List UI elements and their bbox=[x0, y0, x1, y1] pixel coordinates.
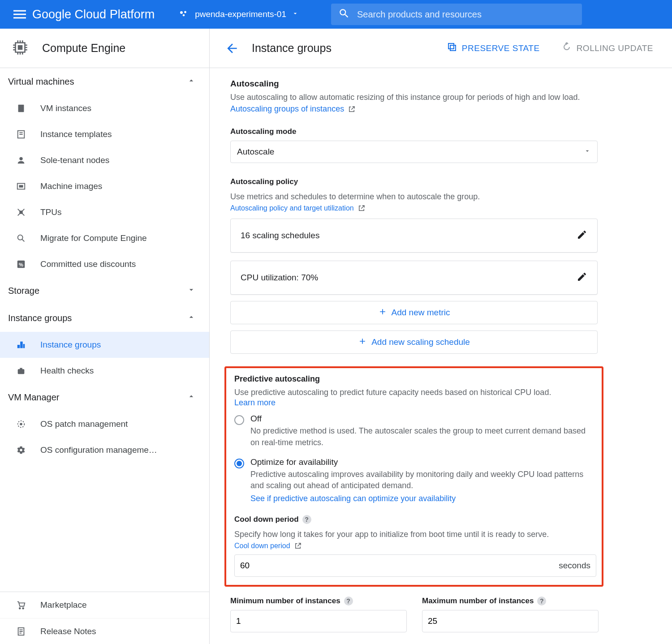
tpus-icon bbox=[15, 206, 27, 218]
help-icon[interactable]: ? bbox=[302, 515, 311, 524]
rolling-icon bbox=[561, 42, 572, 55]
svg-rect-21 bbox=[18, 369, 25, 374]
max-input-wrap[interactable] bbox=[422, 610, 599, 632]
radio-button[interactable] bbox=[234, 415, 244, 425]
svg-point-25 bbox=[19, 608, 21, 609]
help-icon[interactable]: ? bbox=[344, 597, 353, 605]
cooldown-link[interactable]: Cool down period bbox=[234, 542, 302, 550]
nav-label: Committed use discounts bbox=[40, 259, 136, 269]
sidebar-item-os-config[interactable]: OS configuration manageme… bbox=[0, 437, 209, 463]
sidebar-item-migrate[interactable]: Migrate for Compute Engine bbox=[0, 225, 209, 251]
sidebar: Compute Engine Virtual machines VM insta… bbox=[0, 29, 210, 644]
chevron-down-icon bbox=[187, 285, 196, 296]
sidebar-item-instance-groups[interactable]: Instance groups bbox=[0, 332, 209, 358]
project-name: pwenda-experiments-01 bbox=[195, 9, 286, 19]
rolling-update-button[interactable]: ROLLING UPDATE bbox=[556, 38, 659, 58]
cpu-card[interactable]: CPU utilization: 70% bbox=[230, 261, 598, 295]
nav-label: OS patch management bbox=[40, 419, 128, 429]
sidebar-item-sole-tenant[interactable]: Sole-tenant nodes bbox=[0, 147, 209, 173]
logo-bold: Google bbox=[32, 8, 71, 21]
project-icon bbox=[179, 9, 190, 20]
schedule-card[interactable]: 16 scaling schedules bbox=[230, 219, 598, 253]
cooldown-input[interactable] bbox=[240, 561, 559, 571]
machine-images-icon bbox=[15, 180, 27, 192]
main: Instance groups PRESERVE STATE ROLLING U… bbox=[210, 29, 672, 644]
sidebar-item-tpus[interactable]: TPUs bbox=[0, 199, 209, 225]
cooldown-input-wrap[interactable]: seconds bbox=[234, 554, 596, 577]
nav-group-vmm[interactable]: VM Manager bbox=[0, 384, 209, 411]
external-link-icon bbox=[358, 204, 366, 212]
svg-rect-20 bbox=[23, 344, 25, 348]
radio-off-label: Off bbox=[250, 414, 594, 424]
svg-point-5 bbox=[183, 14, 185, 17]
svg-rect-19 bbox=[20, 342, 23, 348]
sidebar-item-vm-instances[interactable]: VM instances bbox=[0, 95, 209, 121]
radio-off[interactable]: Off No predictive method is used. The au… bbox=[234, 414, 594, 448]
sidebar-item-machine-images[interactable]: Machine images bbox=[0, 173, 209, 199]
radio-button[interactable] bbox=[234, 459, 244, 468]
sidebar-item-marketplace[interactable]: Marketplace bbox=[0, 592, 209, 618]
help-icon[interactable]: ? bbox=[537, 597, 546, 605]
nav-label: TPUs bbox=[40, 207, 62, 217]
add-schedule-label: Add new scaling schedule bbox=[371, 337, 470, 347]
radio-opt-link[interactable]: See if predictive autoscaling can optimi… bbox=[250, 494, 594, 503]
search-wrap bbox=[331, 4, 663, 25]
cooldown-link-text: Cool down period bbox=[234, 542, 290, 550]
svg-point-26 bbox=[22, 608, 24, 609]
svg-point-4 bbox=[184, 11, 186, 13]
policy-link[interactable]: Autoscaling policy and target utilizatio… bbox=[230, 204, 366, 212]
nav-group-vm[interactable]: Virtual machines bbox=[0, 68, 209, 95]
sidebar-item-os-patch[interactable]: OS patch management bbox=[0, 411, 209, 437]
gcp-logo[interactable]: Google Cloud Platform bbox=[32, 8, 155, 21]
radio-optimize[interactable]: Optimize for availability Predictive aut… bbox=[234, 457, 594, 503]
search-icon bbox=[338, 8, 350, 21]
preserve-icon bbox=[447, 42, 457, 55]
search-box[interactable] bbox=[331, 4, 582, 25]
svg-rect-9 bbox=[19, 132, 22, 133]
service-header[interactable]: Compute Engine bbox=[0, 29, 209, 68]
search-input[interactable] bbox=[357, 9, 575, 20]
predictive-learn-more[interactable]: Learn more bbox=[234, 398, 276, 407]
add-metric-button[interactable]: Add new metric bbox=[230, 301, 598, 324]
sidebar-bottom: Marketplace Release Notes bbox=[0, 592, 209, 644]
autoscaling-mode-select[interactable]: Autoscale bbox=[230, 141, 598, 163]
topbar: Google Cloud Platform pwenda-experiments… bbox=[0, 0, 672, 29]
instance-limits: Minimum number of instances ? Maximum nu… bbox=[230, 597, 651, 632]
min-input-wrap[interactable] bbox=[230, 610, 407, 632]
sidebar-item-committed[interactable]: %Committed use discounts bbox=[0, 251, 209, 277]
edit-icon[interactable] bbox=[577, 229, 587, 242]
menu-button[interactable] bbox=[9, 4, 30, 25]
min-input[interactable] bbox=[236, 616, 401, 626]
health-checks-icon bbox=[15, 365, 27, 377]
mode-value: Autoscale bbox=[237, 147, 274, 157]
sidebar-item-health-checks[interactable]: Health checks bbox=[0, 358, 209, 384]
edit-icon[interactable] bbox=[577, 271, 587, 284]
cooldown-suffix: seconds bbox=[559, 561, 590, 571]
svg-rect-0 bbox=[13, 10, 26, 12]
back-button[interactable] bbox=[223, 39, 241, 57]
svg-point-3 bbox=[180, 11, 183, 14]
min-label: Minimum number of instances ? bbox=[230, 597, 407, 605]
nav-group-label: Virtual machines bbox=[8, 77, 74, 87]
nav-label: Instance templates bbox=[40, 129, 112, 139]
project-selector[interactable]: pwenda-experiments-01 bbox=[173, 6, 304, 22]
nav-group-storage[interactable]: Storage bbox=[0, 277, 209, 305]
preserve-state-button[interactable]: PRESERVE STATE bbox=[441, 38, 545, 58]
svg-rect-7 bbox=[18, 105, 24, 112]
svg-point-24 bbox=[20, 423, 22, 425]
page-title: Instance groups bbox=[252, 42, 332, 55]
nav-label: Release Notes bbox=[40, 627, 96, 636]
nav-label: Machine images bbox=[40, 181, 102, 191]
predictive-desc: Use predictive autoscaling to predict fu… bbox=[234, 386, 594, 398]
nav-label: VM instances bbox=[40, 103, 91, 113]
instance-groups-icon bbox=[15, 339, 27, 351]
sidebar-item-release-notes[interactable]: Release Notes bbox=[0, 618, 209, 644]
svg-rect-28 bbox=[448, 43, 454, 49]
max-input[interactable] bbox=[428, 616, 593, 626]
nav-group-ig[interactable]: Instance groups bbox=[0, 305, 209, 332]
add-schedule-button[interactable]: Add new scaling schedule bbox=[230, 331, 598, 354]
autoscaling-link[interactable]: Autoscaling groups of instances bbox=[230, 103, 356, 115]
svg-rect-14 bbox=[19, 210, 22, 214]
sidebar-item-instance-templates[interactable]: Instance templates bbox=[0, 121, 209, 147]
chevron-up-icon bbox=[187, 313, 196, 324]
